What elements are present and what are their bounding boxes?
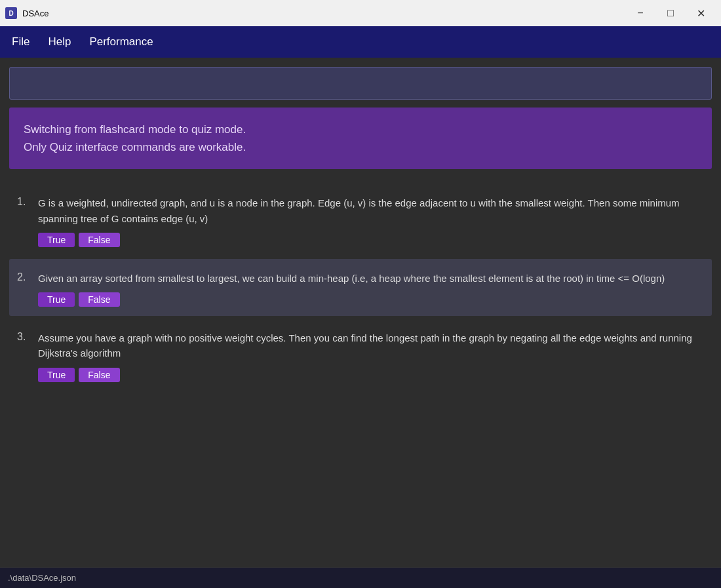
app-icon-letter: D (9, 10, 13, 17)
question-buttons-1: True False (38, 233, 704, 247)
question-3-false-button[interactable]: False (79, 368, 119, 382)
status-text: .\data\DSAce.json (8, 573, 76, 583)
question-item-2: 2. Given an array sorted from smallest t… (9, 259, 712, 316)
question-item-1: 1. G is a weighted, undirected graph, an… (9, 184, 712, 256)
question-1-true-button[interactable]: True (38, 233, 75, 247)
title-bar: D DSAce − □ ✕ (0, 0, 721, 26)
menu-item-file[interactable]: File (10, 33, 31, 51)
window-controls: − □ ✕ (625, 3, 716, 24)
menu-item-help[interactable]: Help (47, 33, 72, 51)
app-title: DSAce (22, 9, 49, 18)
question-text-2: Given an array sorted from smallest to l… (38, 271, 704, 286)
question-buttons-2: True False (38, 292, 704, 307)
question-body-1: G is a weighted, undirected graph, and u… (38, 195, 704, 247)
question-body-2: Given an array sorted from smallest to l… (38, 271, 704, 307)
close-button[interactable]: ✕ (686, 3, 716, 24)
question-text-1: G is a weighted, undirected graph, and u… (38, 195, 704, 226)
question-number-2: 2. (17, 271, 38, 283)
message-line-2: Only Quiz interface commands are workabl… (24, 138, 697, 156)
questions-area[interactable]: 1. G is a weighted, undirected graph, an… (0, 177, 721, 567)
message-box: Switching from flashcard mode to quiz mo… (9, 108, 712, 169)
question-2-true-button[interactable]: True (38, 292, 75, 307)
status-bar: .\data\DSAce.json (0, 567, 721, 588)
message-line-1: Switching from flashcard mode to quiz mo… (24, 121, 697, 138)
question-3-true-button[interactable]: True (38, 368, 75, 382)
title-bar-left: D DSAce (5, 7, 49, 19)
question-1-false-button[interactable]: False (79, 233, 119, 247)
question-item-3: 3. Assume you have a graph with no posit… (9, 319, 712, 391)
app-icon: D (5, 7, 17, 19)
maximize-button[interactable]: □ (655, 3, 686, 24)
main-content: Switching from flashcard mode to quiz mo… (0, 58, 721, 588)
question-2-false-button[interactable]: False (79, 292, 119, 307)
input-area[interactable] (9, 67, 712, 100)
question-number-1: 1. (17, 196, 38, 208)
minimize-button[interactable]: − (625, 3, 655, 24)
menu-bar: File Help Performance (0, 26, 721, 58)
question-number-3: 3. (17, 331, 38, 343)
question-text-3: Assume you have a graph with no positive… (38, 330, 704, 361)
menu-item-performance[interactable]: Performance (88, 33, 154, 51)
question-body-3: Assume you have a graph with no positive… (38, 330, 704, 382)
question-buttons-3: True False (38, 368, 704, 382)
